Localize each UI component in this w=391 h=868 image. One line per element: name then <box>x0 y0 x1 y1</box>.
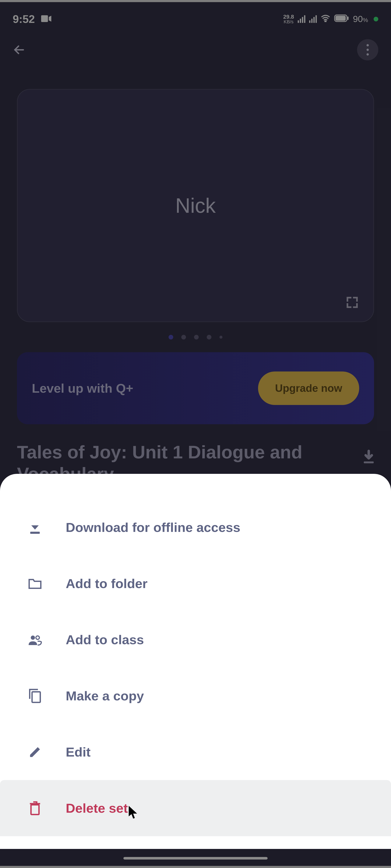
upgrade-banner[interactable]: Level up with Q+ Upgrade now <box>17 352 374 424</box>
wifi-icon <box>321 14 330 24</box>
network-speed: 29.8 KB/s <box>283 14 294 24</box>
svg-point-6 <box>367 49 369 51</box>
flashcard[interactable]: Nick <box>17 89 374 322</box>
battery-percent: 90% <box>353 14 368 24</box>
sheet-delete[interactable]: Delete set <box>0 780 391 836</box>
flashcard-term: Nick <box>175 194 216 218</box>
download-icon[interactable] <box>361 450 374 462</box>
signal-icon-1 <box>298 15 305 23</box>
svg-point-7 <box>367 53 369 56</box>
pencil-icon <box>28 745 42 760</box>
folder-icon <box>28 576 42 591</box>
svg-point-1 <box>325 21 326 22</box>
svg-rect-8 <box>364 461 374 463</box>
upgrade-button[interactable]: Upgrade now <box>258 371 359 405</box>
privacy-indicator-icon <box>373 17 378 22</box>
sheet-folder-label: Add to folder <box>66 576 148 591</box>
download-icon <box>28 520 42 535</box>
people-icon <box>28 632 42 647</box>
more-options-button[interactable] <box>357 39 378 60</box>
sheet-make-copy[interactable]: Make a copy <box>0 668 391 724</box>
signal-icon-2 <box>309 15 317 23</box>
back-button[interactable] <box>13 43 25 56</box>
sheet-copy-label: Make a copy <box>66 688 144 703</box>
action-sheet: Download for offline access Add to folde… <box>0 474 391 849</box>
page-indicator <box>17 322 374 348</box>
svg-point-5 <box>367 44 369 46</box>
copy-icon <box>28 688 42 703</box>
battery-icon <box>334 14 349 24</box>
sheet-edit-label: Edit <box>66 744 91 760</box>
svg-rect-0 <box>41 15 48 22</box>
svg-rect-9 <box>30 532 40 534</box>
fullscreen-icon[interactable] <box>346 296 359 309</box>
sheet-download[interactable]: Download for offline access <box>0 499 391 555</box>
sheet-add-folder[interactable]: Add to folder <box>0 555 391 612</box>
status-bar: 9:52 29.8 KB/s 90% <box>0 2 391 36</box>
trash-icon <box>28 801 42 816</box>
sheet-delete-label: Delete set <box>66 801 128 816</box>
svg-rect-12 <box>32 692 40 702</box>
svg-rect-13 <box>31 805 39 814</box>
svg-rect-4 <box>348 17 349 20</box>
svg-point-10 <box>31 636 35 640</box>
sheet-download-label: Download for offline access <box>66 520 240 535</box>
home-indicator[interactable] <box>123 857 268 860</box>
sheet-add-class[interactable]: Add to class <box>0 612 391 668</box>
svg-point-11 <box>36 636 39 639</box>
upgrade-text: Level up with Q+ <box>32 381 133 396</box>
sheet-edit[interactable]: Edit <box>0 724 391 780</box>
status-time: 9:52 <box>13 13 35 25</box>
svg-rect-3 <box>335 16 346 21</box>
sheet-class-label: Add to class <box>66 632 144 647</box>
recording-icon <box>41 15 51 23</box>
